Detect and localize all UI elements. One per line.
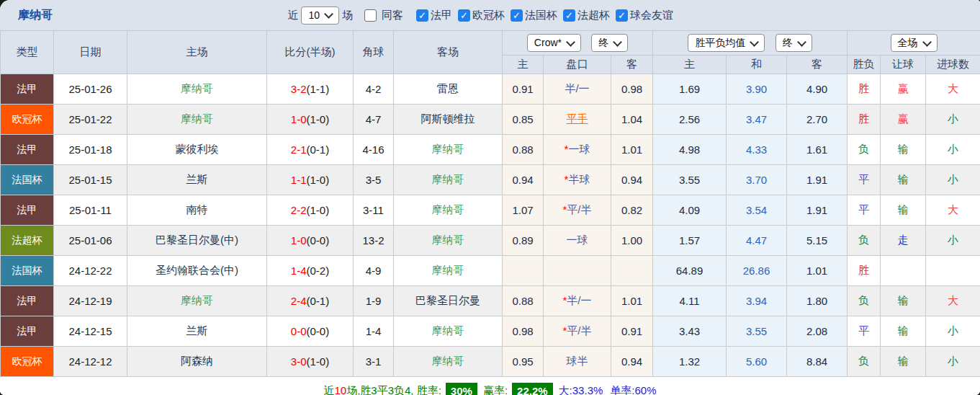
away-team-cell: 摩纳哥 [394,256,503,286]
home-team-name: 摩纳哥 [181,82,213,94]
col-header-score: 比分(半场) [267,31,354,74]
league-type-cell: 法甲 [1,74,54,105]
checkbox-icon[interactable]: ✓ [563,9,575,22]
avg-home-cell: 4.09 [653,195,727,226]
score-cell: 1-0(0-0) [267,226,354,256]
result-cell: 胜 [848,256,881,286]
handicap-group-header: Crow* 终 [503,31,653,56]
league-filter[interactable]: ✓欧冠杯 [458,9,505,22]
corner-cell: 4-16 [354,135,394,165]
handicap-result-cell [881,256,926,286]
table-row: 法甲25-01-11南特2-2(1-0)3-11摩纳哥1.07*平/半0.824… [1,195,980,226]
home-team-cell: 巴黎圣日尔曼(中) [127,226,267,256]
goals-result-cell: 小 [926,105,980,135]
avg-draw-cell: 3.54 [727,195,787,226]
same-venue-label: 同客 [382,9,403,22]
col-header-corner: 角球 [354,31,394,74]
league-filters: ✓法甲✓欧冠杯✓法国杯✓法超杯✓球会友谊 [410,9,673,22]
league-filter[interactable]: ✓球会友谊 [616,9,673,22]
away-team-name: 摩纳哥 [432,355,464,367]
sub-header-avg-away: 客 [787,56,848,74]
single-rate-text: 单率:60% [610,384,656,395]
table-row: 法甲25-01-18蒙彼利埃2-1(0-1)4-16摩纳哥0.88*一球1.01… [1,135,980,165]
handicap-cell: *半/一 [544,286,611,316]
home-odds-cell: 0.88 [503,135,544,165]
goals-result-cell: 小 [926,347,980,377]
avg-draw-cell: 3.47 [727,105,787,135]
halftime-score: (1-0) [307,355,330,368]
bookmaker-value: Crow* [534,37,562,49]
checkbox-icon[interactable]: ✓ [511,9,523,22]
avg-draw-cell: 26.86 [727,256,787,286]
avg-home-cell: 3.43 [653,316,727,347]
same-venue-filter[interactable]: 同客 [364,9,406,22]
match-history-panel: 摩纳哥 近 10 场 同客 ✓法甲✓欧冠杯✓法国杯✓法超杯✓球会友谊 类型 日期… [0,0,980,395]
checkbox-icon[interactable]: ✓ [616,9,628,22]
bookmaker-period-select[interactable]: 终 [591,34,628,52]
avg-away-cell: 5.15 [787,226,848,256]
page-title: 摩纳哥 [18,8,53,23]
away-odds-cell: 0.98 [611,74,653,105]
fulltime-score: 2-2 [291,204,307,216]
handicap-result-cell: 赢 [881,105,926,135]
table-row: 欧冠杯24-12-12阿森纳3-0(1-0)3-1摩纳哥0.95球半0.941.… [1,347,980,377]
away-team-cell: 摩纳哥 [394,195,503,226]
handicap-result-cell: 输 [881,347,926,377]
fulltime-score: 2-4 [291,295,307,307]
away-team-name: 摩纳哥 [432,173,464,185]
halftime-score: (1-0) [307,204,330,216]
home-team-name: 摩纳哥 [181,294,213,306]
home-team-name: 蒙彼利埃 [176,143,219,155]
score-cell: 1-0(1-0) [267,105,354,135]
handicap-rate-badge: 22.2% [512,383,553,395]
handicap-text: 半/一 [565,82,589,94]
away-odds-cell: 1.01 [611,286,653,316]
league-filter-label: 法甲 [431,9,452,22]
win-rate-badge: 30% [446,383,477,395]
chevron-down-icon [613,37,622,47]
result-cell: 平 [848,165,881,195]
avg-home-cell: 1.32 [653,347,727,377]
league-filter[interactable]: ✓法国杯 [511,9,557,22]
handicap-cell [544,256,611,286]
league-type-cell: 法甲 [1,286,54,316]
home-team-cell: 摩纳哥 [127,74,267,105]
score-cell: 3-0(1-0) [267,347,354,377]
league-filter[interactable]: ✓法超杯 [563,9,610,22]
away-odds-cell: 1.04 [611,105,653,135]
checkbox-icon[interactable]: ✓ [416,9,428,22]
table-row: 法国杯24-12-22圣约翰联合会(中)1-4(0-2)4-9摩纳哥64.892… [1,256,980,286]
avg-away-cell: 1.01 [787,256,848,286]
col-header-date: 日期 [54,31,127,74]
table-row: 法超杯25-01-06巴黎圣日尔曼(中)1-0(0-0)13-2摩纳哥0.89一… [1,226,980,256]
fulltime-score: 2-1 [291,143,307,156]
away-team-cell: 巴黎圣日尔曼 [394,286,503,316]
handicap-text: 球半 [567,355,588,367]
handicap-cell: *平/半 [544,316,611,347]
league-filter[interactable]: ✓法甲 [416,9,452,22]
average-period-value: 终 [783,37,793,49]
average-select[interactable]: 胜平负均值 [688,34,765,52]
chevron-down-icon [797,37,806,47]
average-period-select[interactable]: 终 [776,34,812,52]
home-odds-cell: 0.94 [503,165,544,195]
filter-controls: 近 10 场 同客 ✓法甲✓欧冠杯✓法国杯✓法超杯✓球会友谊 [284,6,673,25]
checkbox-icon[interactable] [364,9,377,22]
corner-cell: 4-2 [354,74,394,105]
home-team-name: 巴黎圣日尔曼(中) [156,234,238,246]
bookmaker-select[interactable]: Crow* [527,34,581,52]
checkbox-icon[interactable]: ✓ [458,9,470,22]
sub-header-handicap: 盘口 [544,56,611,74]
home-odds-cell [503,256,544,286]
away-team-cell: 摩纳哥 [394,347,503,377]
recent-count-select[interactable]: 10 [301,6,339,25]
result-cell: 负 [848,347,881,377]
halftime-score: (0-2) [307,265,330,277]
scope-select[interactable]: 全场 [891,34,938,52]
fulltime-score: 1-0 [291,234,307,247]
sub-header-goals: 进球数 [926,56,980,74]
avg-away-cell: 8.84 [787,347,848,377]
goals-result-cell: 小 [926,165,980,195]
avg-draw-cell: 5.60 [727,347,787,377]
halftime-score: (0-1) [307,295,330,307]
